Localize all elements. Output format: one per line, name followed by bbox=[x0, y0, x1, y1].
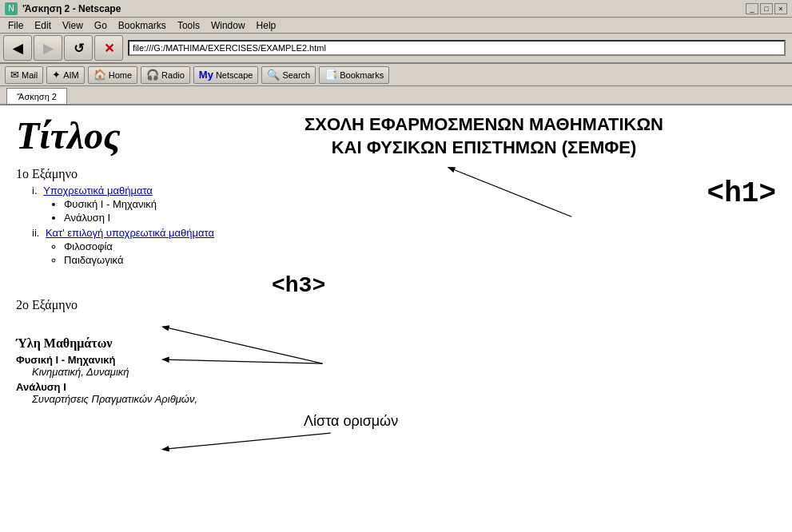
optional-subjects: Φιλοσοφία Παιδαγωγικά bbox=[32, 240, 776, 266]
menu-edit[interactable]: Edit bbox=[30, 19, 56, 32]
maximize-button[interactable]: □ bbox=[760, 3, 773, 14]
back-button[interactable]: ◀ bbox=[3, 35, 32, 61]
stop-icon: ✕ bbox=[104, 41, 114, 56]
home-button[interactable]: 🏠 Home bbox=[88, 66, 137, 84]
search-label: Search bbox=[282, 70, 310, 80]
window-controls: _ □ × bbox=[746, 3, 787, 14]
aim-button[interactable]: ✦ AIM bbox=[46, 66, 85, 84]
menu-tools[interactable]: Tools bbox=[173, 19, 205, 32]
forward-button[interactable]: ▶ bbox=[34, 35, 62, 61]
aim-label: AIM bbox=[63, 70, 79, 80]
semester1-heading: 1ο Εξάμηνο bbox=[16, 167, 776, 181]
page-content: Τίτλος ΣΧΟΛΗ ΕΦΑΡΜΟΣΜΕΝΩΝ ΜΑΘΗΜΑΤΙΚΩΝ ΚΑ… bbox=[0, 105, 792, 532]
required-subjects: Φυσική Ι - Μηχανική Ανάλυση Ι bbox=[32, 198, 776, 224]
bookmarks-label: Bookmarks bbox=[340, 70, 384, 80]
forward-icon: ▶ bbox=[43, 41, 53, 56]
subject-analysis: Ανάλυση Ι bbox=[64, 212, 776, 224]
menu-view[interactable]: View bbox=[58, 19, 88, 32]
tab-askisi2[interactable]: 'Άσκηση 2 bbox=[6, 88, 67, 104]
home-label: Home bbox=[109, 70, 132, 80]
back-icon: ◀ bbox=[13, 41, 22, 56]
aim-icon: ✦ bbox=[52, 69, 61, 81]
bookmarks-icon: 📑 bbox=[324, 69, 337, 81]
home-icon: 🏠 bbox=[94, 69, 106, 81]
required-link[interactable]: Υποχρεωτικά μαθήματα bbox=[43, 185, 153, 197]
school-title-line1: ΣΧΟΛΗ ΕΦΑΡΜΟΣΜΕΝΩΝ ΜΑΘΗΜΑΤΙΚΩΝ bbox=[304, 114, 663, 134]
search-button[interactable]: 🔍 Search bbox=[261, 66, 316, 84]
subject-philosophy: Φιλοσοφία bbox=[64, 240, 776, 252]
mail-label: Mail bbox=[22, 70, 38, 80]
syllabus-section: Ύλη Μαθημάτων Φυσική Ι - Μηχανική Κινημα… bbox=[16, 336, 776, 405]
semester2-heading: 2ο Εξάμηνο bbox=[16, 298, 776, 312]
bookmarks-button[interactable]: 📑 Bookmarks bbox=[319, 66, 389, 84]
tab-bar: 'Άσκηση 2 bbox=[0, 86, 792, 105]
required-item: i. Υποχρεωτικά μαθήματα Φυσική Ι - Μηχαν… bbox=[32, 185, 776, 224]
lista-label: Λίστα ορισμών bbox=[304, 413, 398, 429]
mail-button[interactable]: ✉ Mail bbox=[5, 66, 43, 84]
h1-label: <h1> bbox=[707, 177, 776, 210]
radio-label: Radio bbox=[161, 70, 185, 80]
search-icon: 🔍 bbox=[267, 69, 280, 81]
subject-pedagogy: Παιδαγωγικά bbox=[64, 254, 776, 266]
address-bar bbox=[128, 38, 786, 58]
menu-help[interactable]: Help bbox=[252, 19, 281, 32]
app-icon: N bbox=[5, 2, 18, 15]
def-term-physics: Φυσική Ι - Μηχανική bbox=[16, 354, 776, 366]
radio-button[interactable]: 🎧 Radio bbox=[141, 66, 190, 84]
window-title: 'Άσκηση 2 - Netscape bbox=[22, 3, 121, 14]
reload-icon: ↺ bbox=[74, 41, 84, 56]
menu-file[interactable]: File bbox=[3, 19, 28, 32]
page-header: Τίτλος ΣΧΟΛΗ ΕΦΑΡΜΟΣΜΕΝΩΝ ΜΑΘΗΜΑΤΙΚΩΝ ΚΑ… bbox=[16, 113, 776, 159]
nav-bar: ◀ ▶ ↺ ✕ bbox=[0, 34, 792, 64]
menu-bar: File Edit View Go Bookmarks Tools Window… bbox=[0, 18, 792, 34]
definitions-list: Φυσική Ι - Μηχανική Κινηματική, Δυναμική… bbox=[16, 354, 776, 405]
semester1-list: i. Υποχρεωτικά μαθήματα Φυσική Ι - Μηχαν… bbox=[16, 185, 776, 266]
svg-line-3 bbox=[163, 433, 330, 449]
address-input[interactable] bbox=[128, 40, 786, 56]
school-title: ΣΧΟΛΗ ΕΦΑΡΜΟΣΜΕΝΩΝ ΜΑΘΗΜΑΤΙΚΩΝ ΚΑΙ ΦΥΣΙΚ… bbox=[192, 113, 776, 159]
h3-label: <h3> bbox=[272, 273, 325, 298]
syllabus-title: Ύλη Μαθημάτων bbox=[16, 336, 776, 351]
def-desc-physics: Κινηματική, Δυναμική bbox=[16, 366, 776, 378]
close-button[interactable]: × bbox=[774, 3, 787, 14]
subject-physics: Φυσική Ι - Μηχανική bbox=[64, 198, 776, 210]
menu-bookmarks[interactable]: Bookmarks bbox=[113, 19, 171, 32]
optional-link[interactable]: Κατ' επιλογή υποχρεωτικά μαθήματα bbox=[46, 227, 214, 239]
personal-bar: ✉ Mail ✦ AIM 🏠 Home 🎧 Radio My Netscape … bbox=[0, 64, 792, 86]
tab-label: 'Άσκηση 2 bbox=[17, 92, 57, 101]
title-bar: N 'Άσκηση 2 - Netscape _ □ × bbox=[0, 0, 792, 18]
radio-icon: 🎧 bbox=[146, 69, 159, 81]
netscape-icon: My bbox=[199, 69, 213, 81]
optional-item: ii. Κατ' επιλογή υποχρεωτικά μαθήματα Φι… bbox=[32, 227, 776, 266]
minimize-button[interactable]: _ bbox=[746, 3, 758, 14]
mail-icon: ✉ bbox=[10, 69, 19, 81]
title-logo: Τίτλος bbox=[16, 113, 176, 157]
netscape-button[interactable]: My Netscape bbox=[193, 66, 259, 84]
def-term-analysis: Ανάλυση Ι bbox=[16, 381, 776, 393]
reload-button[interactable]: ↺ bbox=[64, 35, 93, 61]
netscape-label: Netscape bbox=[216, 70, 253, 80]
stop-button[interactable]: ✕ bbox=[94, 35, 123, 61]
school-title-line2: ΚΑΙ ΦΥΣΙΚΩΝ ΕΠΙΣΤΗΜΩΝ (ΣΕΜΦΕ) bbox=[332, 137, 637, 157]
menu-go[interactable]: Go bbox=[90, 19, 112, 32]
lista-label-container: Λίστα ορισμών bbox=[304, 413, 398, 430]
def-desc-analysis: Συναρτήσεις Πραγματικών Αριθμών, bbox=[16, 393, 776, 405]
menu-window[interactable]: Window bbox=[206, 19, 250, 32]
